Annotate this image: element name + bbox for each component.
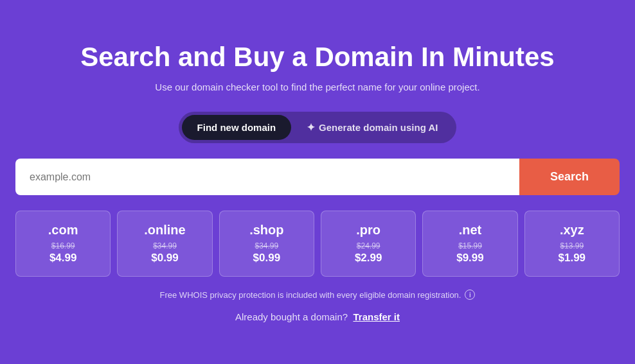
whois-info: Free WHOIS privacy protection is include… bbox=[160, 290, 476, 300]
domain-original-price: $34.99 bbox=[226, 241, 307, 250]
domain-original-price: $34.99 bbox=[124, 241, 205, 250]
domain-sale-price: $9.99 bbox=[429, 252, 510, 264]
info-icon: i bbox=[465, 290, 475, 300]
domain-card[interactable]: .pro $24.99 $2.99 bbox=[321, 211, 416, 277]
domain-grid: .com $16.99 $4.99 .online $34.99 $0.99 .… bbox=[15, 211, 620, 277]
domain-extension: .com bbox=[22, 223, 103, 238]
domain-extension: .net bbox=[429, 223, 510, 238]
ai-sparkle-icon: ✦ bbox=[307, 122, 315, 133]
domain-original-price: $24.99 bbox=[328, 241, 409, 250]
domain-extension: .xyz bbox=[532, 223, 613, 238]
domain-original-price: $13.99 bbox=[532, 241, 613, 250]
transfer-row: Already bought a domain? Transfer it bbox=[235, 311, 400, 322]
domain-sale-price: $1.99 bbox=[532, 252, 613, 264]
whois-text: Free WHOIS privacy protection is include… bbox=[160, 290, 461, 300]
domain-card[interactable]: .online $34.99 $0.99 bbox=[117, 211, 212, 277]
domain-original-price: $15.99 bbox=[429, 241, 510, 250]
domain-card[interactable]: .xyz $13.99 $1.99 bbox=[524, 211, 620, 277]
transfer-text: Already bought a domain? bbox=[235, 311, 348, 322]
domain-sale-price: $0.99 bbox=[124, 252, 205, 264]
page-title: Search and Buy a Domain In Minutes bbox=[80, 42, 554, 73]
domain-card[interactable]: .net $15.99 $9.99 bbox=[422, 211, 517, 277]
transfer-link[interactable]: Transfer it bbox=[353, 311, 400, 322]
page-subtitle: Use our domain checker tool to find the … bbox=[155, 82, 479, 92]
domain-sale-price: $0.99 bbox=[226, 252, 307, 264]
domain-extension: .pro bbox=[328, 223, 409, 238]
tab-generate-ai[interactable]: ✦Generate domain using AI bbox=[291, 115, 453, 140]
tab-find-domain[interactable]: Find new domain bbox=[182, 115, 292, 140]
search-row: Search bbox=[15, 159, 620, 195]
domain-original-price: $16.99 bbox=[22, 241, 103, 250]
search-button[interactable]: Search bbox=[519, 159, 620, 195]
domain-sale-price: $2.99 bbox=[328, 252, 409, 264]
search-input[interactable] bbox=[15, 159, 519, 195]
domain-sale-price: $4.99 bbox=[22, 252, 103, 264]
domain-extension: .online bbox=[124, 223, 205, 238]
tab-switcher: Find new domain ✦Generate domain using A… bbox=[179, 112, 457, 143]
domain-card[interactable]: .com $16.99 $4.99 bbox=[15, 211, 111, 277]
domain-card[interactable]: .shop $34.99 $0.99 bbox=[219, 211, 314, 277]
domain-extension: .shop bbox=[226, 223, 307, 238]
